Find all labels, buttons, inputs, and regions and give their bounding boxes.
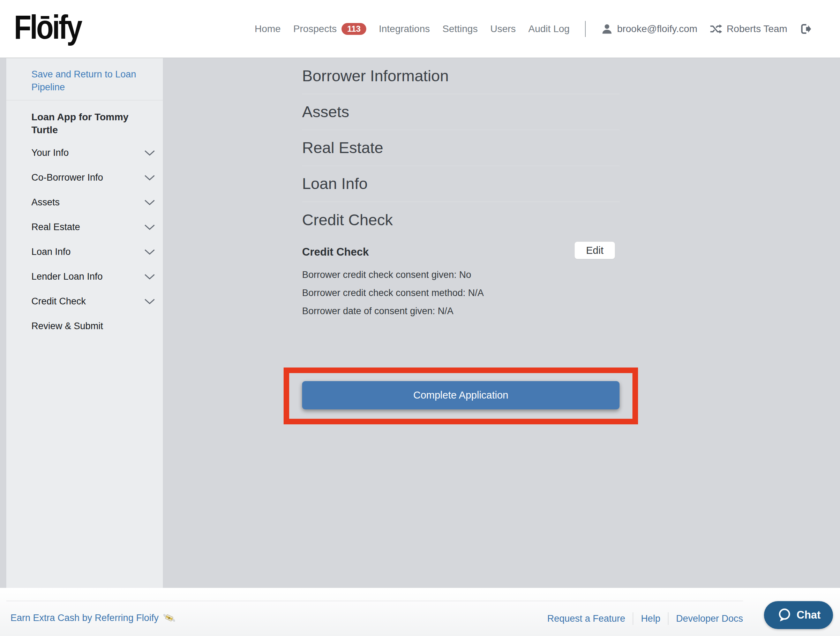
sidebar-item-lender-loan-info[interactable]: Lender Loan Info xyxy=(6,264,163,289)
top-navigation-bar: Flōify Home Prospects 113 Integrations S… xyxy=(0,0,840,58)
section-heading-assets: Assets xyxy=(302,94,619,130)
consent-method-row: Borrower credit check consent method: N/… xyxy=(302,284,484,302)
user-email: brooke@floify.com xyxy=(617,24,697,35)
chevron-down-icon xyxy=(144,298,156,305)
section-heading-credit-check: Credit Check xyxy=(302,202,619,238)
footer-divider xyxy=(6,601,743,601)
nav-label-home: Home xyxy=(255,24,281,35)
nav-label-settings: Settings xyxy=(442,24,478,35)
sidebar-item-loan-info[interactable]: Loan Info xyxy=(6,239,163,264)
loan-app-sidebar: Save and Return to Loan Pipeline Loan Ap… xyxy=(6,58,163,588)
consent-given-row: Borrower credit check consent given: No xyxy=(302,266,484,284)
chevron-down-icon xyxy=(144,150,156,156)
sidebar-item-label: Lender Loan Info xyxy=(32,271,103,282)
floify-app-window: Flōify Home Prospects 113 Integrations S… xyxy=(0,0,840,636)
credit-check-details: Borrower credit check consent given: No … xyxy=(302,266,484,320)
sidebar-item-label: Assets xyxy=(32,197,60,208)
section-heading-real-estate: Real Estate xyxy=(302,130,619,166)
referral-link-label: Earn Extra Cash by Referring Floify xyxy=(11,612,159,623)
sidebar-item-real-estate[interactable]: Real Estate xyxy=(6,215,163,239)
sign-out-icon xyxy=(800,23,812,35)
nav-item-audit-log[interactable]: Audit Log xyxy=(529,24,570,35)
sidebar-item-label: Real Estate xyxy=(32,222,80,233)
chevron-down-icon xyxy=(144,224,156,230)
sidebar-item-co-borrower-info[interactable]: Co-Borrower Info xyxy=(6,165,163,190)
sidebar-item-label: Credit Check xyxy=(32,296,86,307)
sidebar-section-list: Your Info Co-Borrower Info Assets Real E… xyxy=(6,140,163,338)
sidebar-item-assets[interactable]: Assets xyxy=(6,190,163,215)
complete-application-button[interactable]: Complete Application xyxy=(302,381,619,409)
chat-button-label: Chat xyxy=(797,609,821,621)
account-menu[interactable]: brooke@floify.com xyxy=(601,23,697,35)
page-footer: Earn Extra Cash by Referring Floify $ Re… xyxy=(0,588,840,636)
chat-widget-button[interactable]: Chat xyxy=(764,601,833,629)
floify-logo[interactable]: Flōify xyxy=(14,8,81,47)
chevron-down-icon xyxy=(144,199,156,206)
section-heading-borrower-information: Borrower Information xyxy=(302,58,619,94)
footer-link-divider xyxy=(668,612,668,625)
sidebar-item-label: Co-Borrower Info xyxy=(32,172,103,183)
nav-label-integrations: Integrations xyxy=(379,24,430,35)
request-a-feature-link[interactable]: Request a Feature xyxy=(547,613,625,624)
money-with-wings-icon: $ xyxy=(163,612,175,623)
help-link[interactable]: Help xyxy=(641,613,660,624)
loan-app-title: Loan App for Tommy Turtle xyxy=(32,110,139,136)
nav-item-home[interactable]: Home xyxy=(255,24,281,35)
nav-label-prospects: Prospects xyxy=(294,24,337,35)
developer-docs-link[interactable]: Developer Docs xyxy=(676,613,743,624)
footer-link-divider xyxy=(633,612,633,625)
speech-bubble-icon xyxy=(777,608,792,623)
save-and-return-link[interactable]: Save and Return to Loan Pipeline xyxy=(32,68,147,94)
review-content: Borrower Information Assets Real Estate … xyxy=(302,58,619,588)
sidebar-divider xyxy=(6,100,163,101)
main-nav: Home Prospects 113 Integrations Settings… xyxy=(255,0,812,58)
sidebar-item-your-info[interactable]: Your Info xyxy=(6,140,163,165)
chevron-down-icon xyxy=(144,174,156,181)
nav-item-prospects[interactable]: Prospects 113 xyxy=(294,23,366,35)
sign-out-button[interactable] xyxy=(800,23,812,35)
section-heading-loan-info: Loan Info xyxy=(302,166,619,202)
nav-item-users[interactable]: Users xyxy=(490,24,516,35)
person-icon xyxy=(601,23,613,35)
team-name: Roberts Team xyxy=(726,24,787,35)
sidebar-item-credit-check[interactable]: Credit Check xyxy=(6,289,163,314)
sidebar-item-label: Loan Info xyxy=(32,247,71,257)
nav-item-settings[interactable]: Settings xyxy=(442,24,478,35)
referral-link[interactable]: Earn Extra Cash by Referring Floify $ xyxy=(11,612,175,623)
nav-item-integrations[interactable]: Integrations xyxy=(379,24,430,35)
consent-date-row: Borrower date of consent given: N/A xyxy=(302,302,484,320)
shuffle-icon xyxy=(710,24,722,34)
credit-check-subheading: Credit Check xyxy=(302,246,369,258)
edit-credit-check-button[interactable]: Edit xyxy=(575,242,615,259)
chevron-down-icon xyxy=(144,273,156,280)
switch-team-control[interactable]: Roberts Team xyxy=(710,24,787,35)
chevron-down-icon xyxy=(144,249,156,255)
nav-label-users: Users xyxy=(490,24,516,35)
sidebar-item-label: Your Info xyxy=(32,148,69,158)
nav-label-audit-log: Audit Log xyxy=(529,24,570,35)
footer-link-group: Request a Feature Help Developer Docs xyxy=(547,612,743,625)
prospects-count-badge: 113 xyxy=(341,23,366,35)
nav-divider xyxy=(585,21,586,37)
sidebar-item-review-submit[interactable]: Review & Submit xyxy=(6,314,163,338)
sidebar-item-label: Review & Submit xyxy=(32,321,103,332)
